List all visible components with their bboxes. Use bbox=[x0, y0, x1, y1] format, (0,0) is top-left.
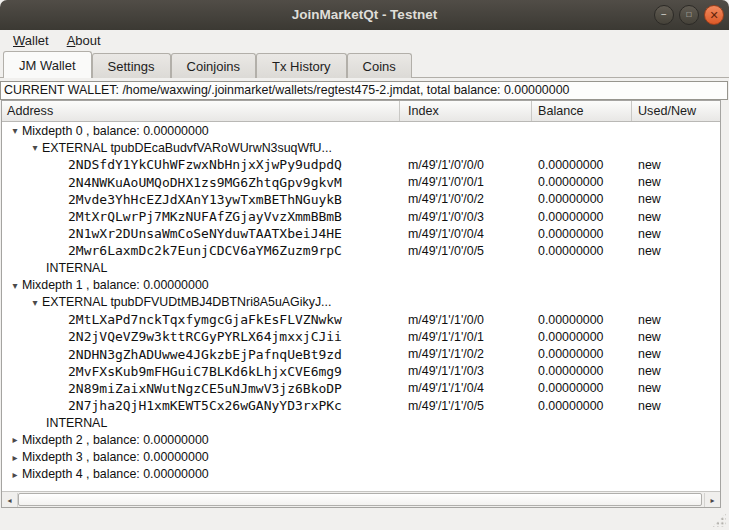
index-cell: m/49'/1'/0'/0/5 bbox=[400, 244, 532, 258]
index-cell: m/49'/1'/1'/0/3 bbox=[400, 364, 532, 378]
address-label: 2N4NWKuAoUMQoDHX1zs9MG6ZhtqGpv9gkvM bbox=[68, 175, 342, 190]
tab-jm-wallet[interactable]: JM Wallet bbox=[3, 51, 92, 78]
balance-cell: 0.00000000 bbox=[532, 347, 632, 361]
close-button[interactable]: ✕ bbox=[704, 5, 724, 25]
status-cell: new bbox=[632, 210, 720, 224]
titlebar[interactable]: JoinMarketQt - Testnet − □ ✕ bbox=[0, 0, 729, 30]
index-cell: m/49'/1'/0'/0/2 bbox=[400, 192, 532, 206]
tree-row[interactable]: 2MvFXsKub9mFHGuiC7BLKd6kLhjxCVE6mg9 m/49… bbox=[2, 363, 720, 380]
scroll-right-button[interactable]: ▸ bbox=[704, 493, 720, 507]
wallet-tree: AddressIndexBalanceUsed/New ▾ Mixdepth 0… bbox=[1, 100, 721, 508]
current-wallet-banner: CURRENT WALLET: /home/waxwing/.joinmarke… bbox=[0, 81, 728, 100]
joinmarket-window: JoinMarketQt - Testnet − □ ✕ WalletAbout… bbox=[0, 0, 729, 530]
balance-cell: 0.00000000 bbox=[532, 210, 632, 224]
menubar: WalletAbout bbox=[0, 30, 729, 51]
branch-label: EXTERNAL tpubDFVUDtMBJ4DBTNri8A5uAGikyJ.… bbox=[42, 295, 331, 309]
expand-icon[interactable]: ▸ bbox=[8, 469, 22, 480]
expand-icon[interactable]: ▸ bbox=[8, 434, 22, 445]
scroll-left-button[interactable]: ◂ bbox=[2, 493, 18, 507]
index-cell: m/49'/1'/1'/0/5 bbox=[400, 399, 532, 413]
tab-settings[interactable]: Settings bbox=[92, 53, 171, 78]
column-header-address[interactable]: Address bbox=[2, 101, 400, 121]
tree-row[interactable]: ▾ EXTERNAL tpubDEcaBudvfVARoWUrwN3suqWfU… bbox=[2, 139, 720, 156]
collapse-icon[interactable]: ▾ bbox=[8, 125, 22, 136]
column-header-index[interactable]: Index bbox=[400, 101, 532, 121]
index-cell: m/49'/1'/1'/0/1 bbox=[400, 330, 532, 344]
tree-row[interactable]: 2N2jVQeVZ9w3kttRCGyPYRLX64jmxxjCJii m/49… bbox=[2, 328, 720, 345]
scrollbar-thumb[interactable] bbox=[18, 493, 702, 506]
minimize-icon: − bbox=[661, 10, 667, 20]
status-cell: new bbox=[632, 192, 720, 206]
index-cell: m/49'/1'/1'/0/2 bbox=[400, 347, 532, 361]
horizontal-scrollbar[interactable]: ◂ ▸ bbox=[2, 491, 720, 507]
tree-row[interactable]: 2N7jha2QjH1xmKEWT5Cx26wGANyYD3rxPKc m/49… bbox=[2, 397, 720, 414]
status-bar bbox=[0, 508, 729, 530]
balance-cell: 0.00000000 bbox=[532, 175, 632, 189]
balance-cell: 0.00000000 bbox=[532, 227, 632, 241]
resize-grip[interactable] bbox=[712, 513, 726, 527]
tree-row[interactable]: 2N4NWKuAoUMQoDHX1zs9MG6ZhtqGpv9gkvM m/49… bbox=[2, 174, 720, 191]
collapse-icon[interactable]: ▾ bbox=[8, 280, 22, 291]
status-cell: new bbox=[632, 399, 720, 413]
label-label: INTERNAL bbox=[46, 261, 107, 275]
status-cell: new bbox=[632, 175, 720, 189]
address-label: 2NDHN3gZhADUwwe4JGkzbEjPafnqUeBt9zd bbox=[68, 347, 342, 362]
tab-bar: JM WalletSettingsCoinjoinsTx HistoryCoin… bbox=[0, 51, 729, 78]
tree-row[interactable]: ▸ Mixdepth 3 , balance: 0.00000000 bbox=[2, 449, 720, 466]
label-label: INTERNAL bbox=[46, 416, 107, 430]
address-label: 2MtLXaPd7nckTqxfymgcGjaFkEsFLVZNwkw bbox=[68, 312, 342, 327]
address-label: 2MvFXsKub9mFHGuiC7BLKd6kLhjxCVE6mg9 bbox=[68, 364, 342, 379]
menu-item-about[interactable]: About bbox=[58, 31, 110, 50]
tree-row[interactable]: ▾ EXTERNAL tpubDFVUDtMBJ4DBTNri8A5uAGiky… bbox=[2, 294, 720, 311]
tree-row[interactable]: 2Mvde3YhHcEZJdXAnY13ywTxmBEThNGuykB m/49… bbox=[2, 191, 720, 208]
address-label: 2N2jVQeVZ9w3kttRCGyPYRLX64jmxxjCJii bbox=[68, 329, 342, 344]
column-header-balance[interactable]: Balance bbox=[532, 101, 632, 121]
address-label: 2NDSfdY1YkCUhWFzwxNbHnjxXjwPy9udpdQ bbox=[68, 157, 342, 172]
tab-coins[interactable]: Coins bbox=[347, 53, 412, 78]
balance-cell: 0.00000000 bbox=[532, 399, 632, 413]
tree-row[interactable]: 2NDSfdY1YkCUhWFzwxNbHnjxXjwPy9udpdQ m/49… bbox=[2, 156, 720, 173]
index-cell: m/49'/1'/0'/0/1 bbox=[400, 175, 532, 189]
status-cell: new bbox=[632, 347, 720, 361]
tree-row[interactable]: 2Mwr6LaxmDc2k7EunjCDCV6aYM6Zuzm9rpC m/49… bbox=[2, 242, 720, 259]
status-cell: new bbox=[632, 244, 720, 258]
tree-row[interactable]: 2MtXrQLwrPj7MKzNUFAfZGjayVvzXmmBBmB m/49… bbox=[2, 208, 720, 225]
tab-tx-history[interactable]: Tx History bbox=[256, 53, 347, 78]
tree-header: AddressIndexBalanceUsed/New bbox=[2, 101, 720, 122]
index-cell: m/49'/1'/0'/0/0 bbox=[400, 158, 532, 172]
address-label: 2MtXrQLwrPj7MKzNUFAfZGjayVvzXmmBBmB bbox=[68, 209, 342, 224]
tree-row[interactable]: 2N1wXr2DUnsaWmCoSeNYduwTAATXbeiJ4HE m/49… bbox=[2, 225, 720, 242]
status-cell: new bbox=[632, 158, 720, 172]
mixdepth-label: Mixdepth 4 , balance: 0.00000000 bbox=[22, 467, 209, 481]
maximize-icon: □ bbox=[687, 11, 692, 19]
tree-row[interactable]: 2N89miZaixNWutNgzCE5uNJmwV3jz6BkoDP m/49… bbox=[2, 380, 720, 397]
balance-cell: 0.00000000 bbox=[532, 313, 632, 327]
collapse-icon[interactable]: ▾ bbox=[28, 297, 42, 308]
index-cell: m/49'/1'/0'/0/4 bbox=[400, 227, 532, 241]
tree-row[interactable]: INTERNAL bbox=[2, 260, 720, 277]
tree-row[interactable]: ▾ Mixdepth 1 , balance: 0.00000000 bbox=[2, 277, 720, 294]
minimize-button[interactable]: − bbox=[654, 5, 674, 25]
column-header-used-new[interactable]: Used/New bbox=[632, 101, 720, 121]
tree-row[interactable]: ▸ Mixdepth 4 , balance: 0.00000000 bbox=[2, 466, 720, 483]
status-cell: new bbox=[632, 313, 720, 327]
branch-label: EXTERNAL tpubDEcaBudvfVARoWUrwN3suqWfU..… bbox=[42, 141, 332, 155]
expand-icon[interactable]: ▸ bbox=[8, 452, 22, 463]
balance-cell: 0.00000000 bbox=[532, 244, 632, 258]
tree-row[interactable]: ▾ Mixdepth 0 , balance: 0.00000000 bbox=[2, 122, 720, 139]
address-label: 2N7jha2QjH1xmKEWT5Cx26wGANyYD3rxPKc bbox=[68, 398, 342, 413]
tree-row[interactable]: 2NDHN3gZhADUwwe4JGkzbEjPafnqUeBt9zd m/49… bbox=[2, 345, 720, 362]
mixdepth-label: Mixdepth 1 , balance: 0.00000000 bbox=[22, 278, 209, 292]
maximize-button[interactable]: □ bbox=[679, 5, 699, 25]
address-label: 2Mvde3YhHcEZJdXAnY13ywTxmBEThNGuykB bbox=[68, 192, 342, 207]
menu-item-wallet[interactable]: Wallet bbox=[4, 31, 58, 50]
tree-row[interactable]: INTERNAL bbox=[2, 414, 720, 431]
tree-row[interactable]: 2MtLXaPd7nckTqxfymgcGjaFkEsFLVZNwkw m/49… bbox=[2, 311, 720, 328]
tree-row[interactable]: ▸ Mixdepth 2 , balance: 0.00000000 bbox=[2, 431, 720, 448]
balance-cell: 0.00000000 bbox=[532, 381, 632, 395]
tab-coinjoins[interactable]: Coinjoins bbox=[171, 53, 256, 78]
index-cell: m/49'/1'/0'/0/3 bbox=[400, 210, 532, 224]
address-label: 2N89miZaixNWutNgzCE5uNJmwV3jz6BkoDP bbox=[68, 381, 342, 396]
collapse-icon[interactable]: ▾ bbox=[28, 142, 42, 153]
balance-cell: 0.00000000 bbox=[532, 192, 632, 206]
